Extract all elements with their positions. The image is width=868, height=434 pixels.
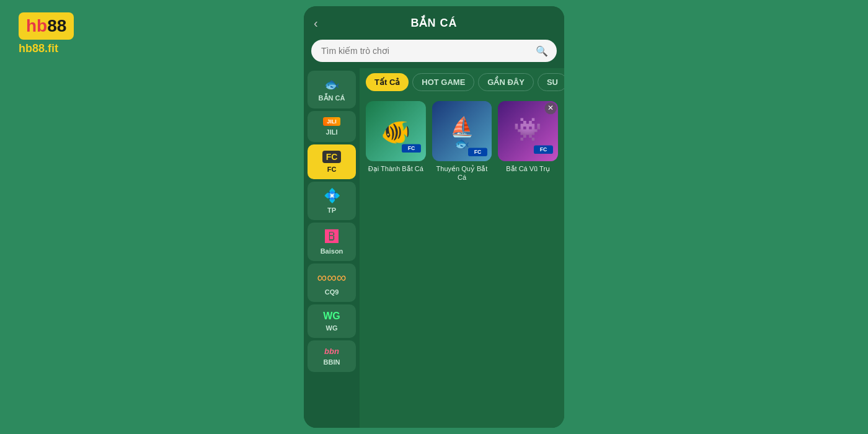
logo-sub: hb88.fit (19, 42, 74, 55)
tab-su[interactable]: SU (538, 73, 564, 91)
sidebar-item-fc[interactable]: FC FC (308, 144, 356, 179)
right-content: Tất Cả HOT GAME GẦN ĐÂY SU (360, 68, 564, 428)
game-card-1[interactable]: 🐠 FC Đại Thành Bắt Cá (366, 101, 426, 182)
logo-area: hb88 hb88.fit (19, 12, 74, 55)
svg-text:🐠: 🐠 (381, 118, 411, 146)
svg-text:FC: FC (408, 145, 415, 151)
game-card-2[interactable]: ⛵ 🐟 FC Thuyền Quỷ Bắt Cá (432, 101, 492, 182)
phone-container: ‹ BẮN CÁ 🔍 🐟 BẮN CÁ JILI JILI FC FC 💠 (304, 6, 564, 428)
svg-text:FC: FC (474, 149, 481, 155)
svg-text:✕: ✕ (547, 104, 554, 112)
baison-icon: 🅱 (325, 229, 339, 245)
page-title: BẮN CÁ (411, 16, 458, 30)
game-name-2: Thuyền Quỷ Bắt Cá (432, 164, 492, 182)
sidebar-item-label: FC (327, 166, 337, 173)
sidebar-item-tp[interactable]: 💠 TP (308, 182, 356, 220)
sidebar-item-wg[interactable]: WG WG (308, 304, 356, 338)
wg-icon: WG (323, 311, 340, 322)
sidebar-item-cq9[interactable]: ∞∞∞ CQ9 (308, 264, 356, 302)
cq9-icon: ∞∞∞ (317, 270, 346, 286)
svg-text:🐟: 🐟 (454, 136, 470, 151)
sidebar-item-ban-ca[interactable]: 🐟 BẮN CÁ (308, 71, 356, 108)
sidebar-item-label: Baison (321, 247, 343, 255)
tp-icon: 💠 (324, 188, 340, 204)
sidebar-item-jili[interactable]: JILI JILI (308, 111, 356, 142)
filter-tabs: Tất Cả HOT GAME GẦN ĐÂY SU (360, 68, 564, 96)
bbin-icon: bbn (324, 347, 339, 356)
game-thumbnail-1: 🐠 FC (366, 101, 426, 161)
sidebar-item-label: CQ9 (325, 288, 339, 296)
sidebar-item-baison[interactable]: 🅱 Baison (308, 223, 356, 261)
sidebar-item-label: WG (326, 324, 338, 332)
main-content: 🐟 BẮN CÁ JILI JILI FC FC 💠 TP 🅱 Baison ∞… (304, 68, 564, 428)
fc-logo-icon: FC (322, 151, 342, 163)
jili-icon: JILI (323, 117, 340, 126)
game-thumbnail-2: ⛵ 🐟 FC (432, 101, 492, 161)
sidebar-item-label: BBIN (324, 358, 340, 366)
logo-text: hb88 (26, 16, 66, 35)
fish-icon: 🐟 (324, 77, 340, 92)
tab-gan-day[interactable]: GẦN ĐÂY (478, 73, 534, 91)
search-input[interactable] (311, 40, 557, 62)
game-grid: 🐠 FC Đại Thành Bắt Cá (360, 96, 564, 187)
back-button[interactable]: ‹ (314, 16, 318, 30)
svg-text:FC: FC (540, 146, 547, 153)
tab-hot-game[interactable]: HOT GAME (412, 73, 474, 91)
game-card-3[interactable]: 👾 FC ✕ Bắt Cá Vũ Trụ (498, 101, 558, 182)
search-bar: 🔍 (311, 40, 557, 62)
game-name-3: Bắt Cá Vũ Trụ (506, 164, 550, 173)
logo-box: hb88 (19, 12, 74, 40)
sidebar-item-label: BẮN CÁ (319, 94, 345, 102)
sidebar-item-bbin[interactable]: bbn BBIN (308, 340, 356, 372)
search-icon: 🔍 (536, 45, 548, 57)
svg-text:⛵: ⛵ (450, 115, 474, 138)
header: ‹ BẮN CÁ (304, 6, 564, 40)
game-name-1: Đại Thành Bắt Cá (368, 164, 423, 173)
tab-tat-ca[interactable]: Tất Cả (366, 73, 409, 91)
sidebar-item-label: TP (327, 206, 336, 214)
game-thumbnail-3: 👾 FC ✕ (498, 101, 558, 161)
sidebar: 🐟 BẮN CÁ JILI JILI FC FC 💠 TP 🅱 Baison ∞… (304, 68, 360, 428)
sidebar-item-label: JILI (326, 128, 338, 136)
svg-text:👾: 👾 (514, 115, 542, 143)
